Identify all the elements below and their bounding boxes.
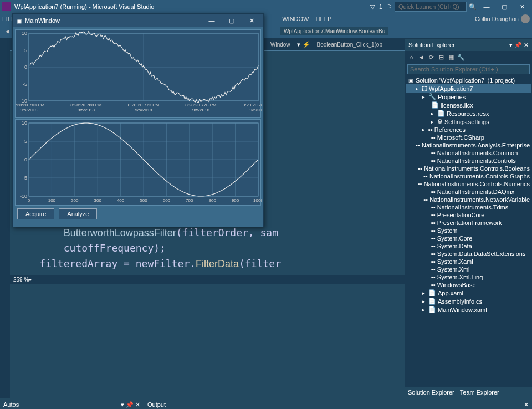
references-node[interactable]: ▸▪▪ References [406,126,531,134]
minimize-button[interactable]: — [203,15,220,26]
avatar-icon [521,14,530,23]
maximize-button[interactable]: ▢ [223,15,240,26]
user-badge[interactable]: Collin Draughon [475,14,530,23]
svg-text:0: 0 [28,198,30,203]
svg-text:8:28:20.778 PM: 8:28:20.778 PM [185,103,217,108]
svg-text:900: 900 [232,198,239,203]
svg-text:8:28:20.763 PM: 8:28:20.763 PM [16,103,45,108]
svg-text:500: 500 [140,198,147,203]
project-node[interactable]: ▸⬚ WpfApplication7 [406,84,531,93]
tree-file[interactable]: 📄 licenses.licx [406,101,531,109]
reference-item[interactable]: ▪▪ NationalInstruments.Common [406,149,531,157]
svg-text:700: 700 [186,198,193,203]
reference-item[interactable]: ▪▪ NationalInstruments.Tdms [406,203,531,211]
panel-title: Solution Explorer [408,42,455,48]
reference-item[interactable]: ▪▪ System.Data.DataSetExtensions [406,250,531,258]
tree-file[interactable]: ▸📄 Resources.resx [406,109,531,117]
reference-item[interactable]: ▪▪ NationalInstruments.Controls.Graphs [406,172,531,180]
reference-item[interactable]: ▪▪ Microsoft.CSharp [406,134,531,141]
tab-team-explorer[interactable]: Team Explorer [460,389,499,396]
show-all-icon[interactable]: ▦ [447,53,455,61]
svg-text:9/5/2018: 9/5/2018 [20,108,38,113]
tab-solution-explorer[interactable]: Solution Explorer [408,389,454,396]
bottom-panels: Autos▾ 📌 ✕ Name Valu Type Autos Locals W… [0,398,532,409]
menu-help[interactable]: HELP [316,16,332,22]
pin-icon[interactable]: ▾ 📌 ✕ [509,42,529,48]
home-icon[interactable]: ⌂ [407,53,415,61]
reference-item[interactable]: ▪▪ System.Xml [406,265,531,273]
reference-item[interactable]: ▪▪ NationalInstruments.Controls.Booleans [406,165,531,172]
reference-item[interactable]: ▪▪ PresentationCore [406,211,531,219]
reference-item[interactable]: ▪▪ PresentationFramework [406,219,531,227]
minimize-button[interactable]: — [479,1,494,12]
maximize-button[interactable]: ▢ [497,1,512,12]
reference-item[interactable]: ▪▪ System.Core [406,234,531,242]
svg-text:-10: -10 [20,193,27,199]
tree-file[interactable]: ▸📄 App.xaml [406,289,531,297]
svg-text:-5: -5 [23,81,27,87]
autos-panel: Autos▾ 📌 ✕ Name Valu Type Autos Locals W… [0,398,144,409]
solution-toolbar: ⌂ ◄ ⟳ ⊟ ▦ 🔧 [405,51,532,63]
svg-text:10: 10 [22,120,27,126]
chart-top: 1050-5-108:28:20.763 PM9/5/20188:28:20.7… [15,29,261,118]
pin-icon[interactable]: ▾ 📌 ✕ [121,401,140,408]
nav-scope[interactable]: Window [266,40,295,49]
svg-text:100: 100 [48,198,56,203]
reference-item[interactable]: ▪▪ NationalInstruments.NetworkVariable [406,196,531,203]
solution-tree[interactable]: ▣Solution 'WpfApplication7' (1 project) … [405,75,532,398]
notification-icon[interactable]: ▽ [370,3,375,11]
close-icon[interactable]: ✕ [524,401,529,408]
svg-text:800: 800 [209,198,217,203]
reference-item[interactable]: ▪▪ NationalInstruments.DAQmx [406,188,531,196]
reference-item[interactable]: ▪▪ System [406,227,531,234]
svg-text:600: 600 [163,198,171,203]
app-icon: ▣ [16,17,22,24]
titlebar: WpfApplication7 (Running) - Microsoft Vi… [0,0,532,13]
properties-node[interactable]: ▸🔧 Properties [406,93,531,101]
zoom-level[interactable]: 259 % ▾ [10,275,405,284]
svg-text:5: 5 [24,139,27,144]
mainwindow-title: MainWindow [25,17,60,24]
reference-item[interactable]: ▪▪ System.Xml.Linq [406,273,531,281]
reference-item[interactable]: ▪▪ System.Xaml [406,258,531,265]
reference-item[interactable]: ▪▪ NationalInstruments.Analysis.Enterpri… [406,141,531,149]
user-name: Collin Draughon [475,16,519,22]
reference-item[interactable]: ▪▪ WindowsBase [406,281,531,289]
svg-text:0: 0 [24,64,27,70]
svg-text:200: 200 [71,198,79,203]
close-button[interactable]: ✕ [243,15,260,26]
autos-title: Autos [3,401,19,408]
nav-member[interactable]: BooleanButton_Click_1(ob [313,40,387,49]
tree-file[interactable]: ▸⚙ Settings.settings [406,117,531,126]
properties-icon[interactable]: 🔧 [457,53,465,61]
breadcrumb[interactable]: WpfApplication7.MainWindow.BooleanBu [280,27,388,35]
notification-count: 1 [377,3,385,10]
refresh-icon[interactable]: ⟳ [427,53,435,61]
menu-window[interactable]: WINDOW [282,16,309,22]
left-tool-strip[interactable] [0,39,10,398]
acquire-button[interactable]: Acquire [17,208,54,219]
solution-node[interactable]: ▣Solution 'WpfApplication7' (1 project) [406,76,531,84]
flag-icon[interactable]: ⚐ [387,3,392,11]
toolbar-back[interactable]: ◄ [2,27,12,35]
svg-text:9/5/2018: 9/5/2018 [78,108,95,113]
solution-search-input[interactable] [407,64,530,74]
svg-text:300: 300 [94,198,102,203]
svg-text:9/5/2018: 9/5/2018 [135,108,152,113]
reference-item[interactable]: ▪▪ NationalInstruments.Controls.Numerics [406,180,531,188]
reference-item[interactable]: ▪▪ System.Data [406,242,531,250]
tree-file[interactable]: ▸📄 AssemblyInfo.cs [406,297,531,305]
window-title: WpfApplication7 (Running) - Microsoft Vi… [14,3,154,10]
chart-bottom: 1050-5-100100200300400500600700800900100… [15,119,261,206]
vs-logo-icon [2,2,11,11]
reference-item[interactable]: ▪▪ NationalInstruments.Controls [406,157,531,165]
back-icon[interactable]: ◄ [417,53,425,61]
quick-launch-input[interactable] [395,2,467,12]
close-button[interactable]: ✕ [514,1,530,12]
search-icon[interactable]: 🔍 [469,3,477,11]
svg-text:0: 0 [24,157,27,162]
tree-file[interactable]: ▸📄 MainWindow.xaml [406,305,531,314]
svg-text:10: 10 [22,30,27,36]
collapse-icon[interactable]: ⊟ [437,53,445,61]
analyze-button[interactable]: Analyze [59,208,97,219]
